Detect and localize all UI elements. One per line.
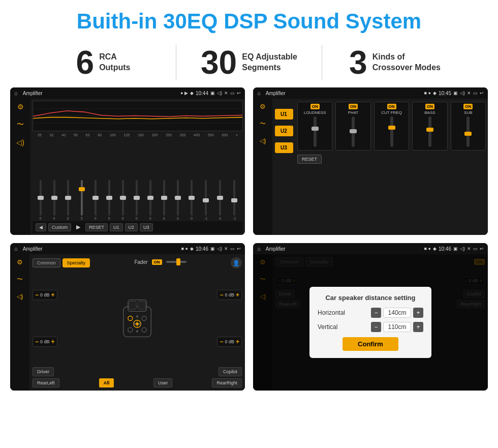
home-icon-crossover[interactable]: ⌂: [257, 90, 261, 96]
eq-u2-btn[interactable]: U2: [125, 223, 138, 231]
slider-12[interactable]: 0: [191, 180, 193, 220]
crossover-eq-icon[interactable]: ⚙: [260, 103, 266, 110]
user-btn[interactable]: User: [153, 378, 172, 387]
vol-plus-tr[interactable]: +: [236, 291, 239, 298]
sub-slider[interactable]: [466, 116, 470, 147]
fader-spk-icon[interactable]: ◁): [17, 293, 23, 300]
slider-9[interactable]: 0: [149, 180, 151, 220]
channel-u1[interactable]: U1: [275, 109, 293, 120]
home-icon-fader[interactable]: ⌂: [14, 246, 18, 252]
vertical-value-control: − 110cm +: [371, 322, 423, 332]
driver-btn[interactable]: Driver: [33, 367, 54, 376]
freq-50: 50: [74, 133, 78, 137]
eq-u1-btn[interactable]: U1: [110, 223, 123, 231]
vol-minus-tl[interactable]: −: [35, 291, 39, 298]
slider-14[interactable]: 0: [219, 180, 221, 220]
vol-control-tl: − 0 dB +: [33, 290, 57, 300]
vol-minus-br[interactable]: −: [220, 338, 223, 345]
crossover-screen-body: ⚙ 〜 ◁) U1 U2 U3 ON LOUDNESS ON: [253, 99, 488, 235]
home-icon-eq[interactable]: ⌂: [14, 90, 18, 96]
status-bar-eq: ⌂ Amplifier ● ▶ ◆ 10:44 ▣ ◁) ✕ ▭ ↩: [10, 87, 245, 99]
slider-15[interactable]: -1: [233, 180, 236, 220]
fader-sidebar: ⚙ 〜 ◁): [10, 254, 29, 391]
slider-4[interactable]: 5: [81, 180, 83, 220]
vertical-minus-btn[interactable]: −: [371, 322, 381, 332]
confirm-button[interactable]: Confirm: [343, 337, 398, 351]
slider-7[interactable]: 0: [122, 180, 124, 220]
slider-10[interactable]: 0: [163, 180, 165, 220]
vol-minus-tr[interactable]: −: [220, 291, 223, 298]
freq-expand[interactable]: »: [236, 133, 238, 137]
freq-40: 40: [61, 133, 66, 137]
screen-dialog: ⌂ Amplifier ■ ● ◆ 10:46 ▣ ◁) ✕ ▭ ↩ ⚙ 〜 ◁…: [253, 243, 488, 391]
slider-1[interactable]: 0: [40, 180, 42, 220]
horizontal-value: 140cm: [383, 308, 411, 318]
slider-5[interactable]: 0: [95, 180, 97, 220]
eq-reset-btn[interactable]: RESET: [85, 223, 108, 231]
back-dialog[interactable]: ↩: [480, 246, 484, 251]
rearright-btn[interactable]: RearRight: [212, 378, 242, 387]
slider-6[interactable]: 0: [108, 180, 110, 220]
crossover-reset-btn[interactable]: RESET: [297, 155, 322, 164]
eq-prev-btn[interactable]: ◀: [36, 223, 46, 231]
phat-on[interactable]: ON: [349, 104, 358, 109]
bass-slider[interactable]: [428, 116, 431, 147]
back-fader[interactable]: ↩: [237, 246, 241, 251]
crossover-channels: U1 U2 U3: [272, 99, 295, 235]
fader-slider[interactable]: [166, 261, 186, 263]
copilot-btn[interactable]: Copilot: [219, 367, 242, 376]
eq-icon[interactable]: ⚙: [17, 103, 24, 111]
slider-13[interactable]: -1: [204, 180, 207, 220]
crossover-spk-icon[interactable]: ◁): [260, 137, 266, 144]
slider-8[interactable]: 0: [136, 180, 138, 220]
vol-plus-tl[interactable]: +: [51, 291, 55, 298]
vol-minus-bl[interactable]: −: [35, 338, 39, 345]
vol-plus-bl[interactable]: +: [51, 338, 55, 345]
cutfreq-slider[interactable]: [390, 116, 393, 147]
eq-sidebar: ⚙ 〜 ◁): [10, 99, 30, 235]
eq-play-btn[interactable]: ▶: [73, 223, 83, 231]
crossover-wave-icon[interactable]: 〜: [260, 120, 266, 128]
back-icon-eq[interactable]: ↩: [237, 91, 241, 96]
left-vol-controls: − 0 dB + − 0 dB +: [33, 272, 57, 365]
eq-u3-btn[interactable]: U3: [140, 223, 153, 231]
fader-on-badge[interactable]: ON: [152, 259, 162, 265]
back-icon-crossover[interactable]: ↩: [480, 91, 484, 96]
loudness-slider[interactable]: [314, 116, 317, 147]
svg-marker-16: [136, 331, 138, 333]
vertical-plus-btn[interactable]: +: [413, 322, 423, 332]
fader-wave-icon[interactable]: 〜: [17, 275, 23, 284]
fader-eq-icon[interactable]: ⚙: [17, 258, 23, 266]
vol-plus-br[interactable]: +: [236, 338, 239, 345]
rearleft-btn[interactable]: RearLeft: [33, 378, 59, 387]
wave-icon[interactable]: 〜: [17, 120, 24, 129]
horizontal-minus-btn[interactable]: −: [371, 308, 381, 318]
tab-specialty[interactable]: Specialty: [63, 258, 90, 267]
eq-custom-btn[interactable]: Custom: [48, 223, 71, 231]
slider-2[interactable]: 0: [53, 180, 55, 220]
bass-on[interactable]: ON: [425, 104, 434, 109]
channel-u2[interactable]: U2: [275, 126, 293, 136]
eq-screen-body: ⚙ 〜 ◁): [10, 99, 245, 235]
freq-400: 400: [194, 133, 200, 137]
cutfreq-on[interactable]: ON: [387, 104, 396, 109]
x-icon-eq: ✕: [224, 91, 228, 96]
rect-icon-crossover: ▭: [473, 91, 478, 96]
horizontal-plus-btn[interactable]: +: [413, 308, 423, 318]
loudness-on[interactable]: ON: [310, 104, 320, 109]
stat-crossover-label: Kinds of Crossover Modes: [372, 52, 441, 73]
svg-point-9: [128, 327, 133, 332]
slider-11[interactable]: 0: [177, 180, 179, 220]
home-icon-dialog[interactable]: ⌂: [257, 246, 261, 252]
eq-sliders: 0 0 0 5 0 0 0 0 0 0 0 0 -1 0 -1: [33, 137, 243, 221]
sub-on[interactable]: ON: [463, 104, 473, 109]
tab-common[interactable]: Common: [33, 258, 60, 267]
slider-3[interactable]: 0: [67, 180, 69, 220]
channel-u3[interactable]: U3: [275, 142, 293, 153]
svg-point-7: [128, 316, 133, 320]
speaker-icon[interactable]: ◁): [16, 138, 24, 146]
all-btn[interactable]: All: [99, 378, 114, 387]
phat-slider[interactable]: [352, 116, 355, 147]
right-vol-controls: − 0 dB + − 0 dB +: [217, 272, 242, 365]
dots-dialog: ■ ●: [424, 246, 431, 251]
